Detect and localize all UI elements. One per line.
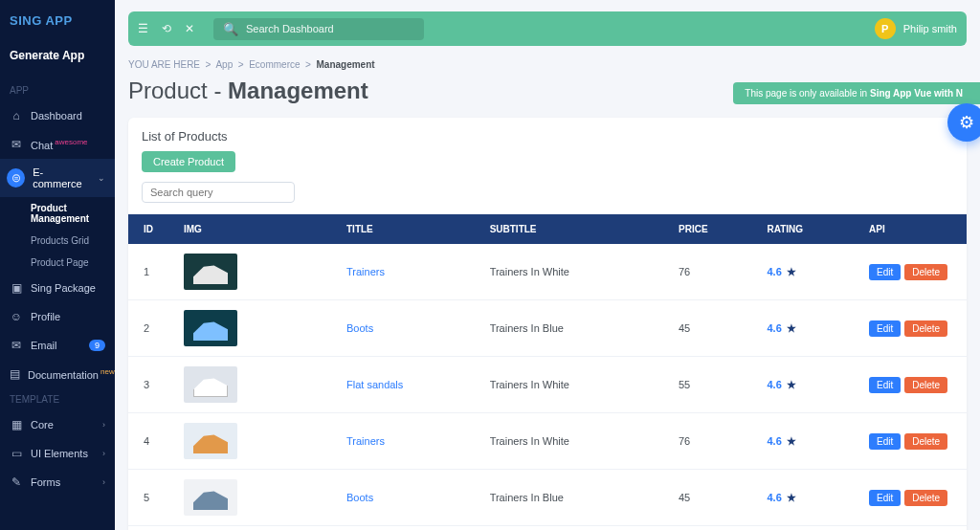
- cell-title: Boots: [339, 470, 482, 526]
- sidebar-subitem-products-grid[interactable]: Products Grid: [0, 230, 115, 252]
- edit-button[interactable]: Edit: [869, 490, 901, 506]
- sidebar-item-sing-package[interactable]: ▣ Sing Package: [0, 274, 115, 302]
- user-name: Philip smith: [903, 23, 957, 34]
- cell-api: EditDelete: [861, 244, 967, 300]
- sidebar-item-ui-elements[interactable]: ▭ UI Elements ›: [0, 439, 115, 468]
- app-root: SING APP Generate App APP ⌂ Dashboard ✉ …: [0, 0, 980, 530]
- delete-button[interactable]: Delete: [904, 433, 947, 450]
- search-icon: 🔍: [223, 22, 238, 36]
- availability-notice: This page is only available in Sing App …: [733, 82, 980, 104]
- table-body: 1TrainersTrainers In White764.6 ★EditDel…: [128, 244, 967, 530]
- col-img[interactable]: IMG: [176, 214, 339, 244]
- sidebar-subitem-product-management[interactable]: Product Management: [0, 197, 115, 230]
- product-title-link[interactable]: Trainers: [346, 266, 385, 277]
- table-row: 5BootsTrainers In Blue454.6 ★EditDelete: [128, 470, 967, 526]
- table-row: 6Flat sandalsTrainers In White554.6 ★Edi…: [128, 526, 967, 531]
- cell-img: [176, 244, 339, 300]
- search-wrap[interactable]: 🔍: [213, 18, 424, 40]
- sidebar-item-core[interactable]: ▦ Core ›: [0, 410, 115, 439]
- create-product-button[interactable]: Create Product: [142, 151, 235, 172]
- product-thumb[interactable]: [184, 423, 237, 459]
- col-price[interactable]: PRICE: [671, 214, 760, 244]
- sidebar-subitem-product-page[interactable]: Product Page: [0, 252, 115, 274]
- breadcrumb-current: Management: [317, 59, 375, 70]
- chevron-right-icon: ›: [102, 449, 105, 458]
- edit-button[interactable]: Edit: [869, 433, 901, 450]
- sidebar-item-email[interactable]: ✉ Email 9: [0, 331, 115, 360]
- col-rating[interactable]: RATING: [760, 214, 862, 244]
- main: ☰ ⟲ ✕ 🔍 P Philip smith YOU ARE HERE > Ap…: [115, 0, 980, 530]
- menu-icon[interactable]: ☰: [138, 22, 148, 35]
- delete-button[interactable]: Delete: [904, 490, 947, 506]
- delete-button[interactable]: Delete: [904, 377, 947, 393]
- cart-icon: ⊜: [7, 168, 25, 188]
- sidebar-item-profile[interactable]: ☺ Profile: [0, 302, 115, 331]
- product-thumb[interactable]: [184, 479, 237, 516]
- edit-button[interactable]: Edit: [869, 320, 901, 337]
- sidebar-item-ecommerce[interactable]: ⊜ E-commerce ⌄: [0, 159, 115, 197]
- settings-fab[interactable]: ⚙: [947, 103, 980, 142]
- avatar: P: [875, 18, 896, 39]
- col-id[interactable]: ID: [128, 214, 176, 244]
- cell-id: 2: [128, 300, 176, 357]
- product-thumb[interactable]: [184, 254, 237, 290]
- sidebar-item-label: UI Elements: [31, 448, 88, 459]
- col-title[interactable]: TITLE: [339, 214, 482, 244]
- product-title-link[interactable]: Boots: [346, 492, 373, 503]
- close-icon[interactable]: ✕: [185, 22, 194, 35]
- nav-section-app: APP: [0, 79, 115, 101]
- table-row: 1TrainersTrainers In White764.6 ★EditDel…: [128, 244, 967, 300]
- cell-api: EditDelete: [861, 526, 967, 531]
- cell-id: 3: [128, 357, 176, 413]
- refresh-icon[interactable]: ⟲: [162, 22, 171, 35]
- chevron-right-icon: ›: [102, 420, 105, 430]
- cell-subtitle: Trainers In White: [482, 357, 671, 413]
- generate-app-link[interactable]: Generate App: [0, 41, 115, 79]
- chevron-down-icon: ⌄: [98, 173, 105, 183]
- breadcrumb: YOU ARE HERE > App > Ecommerce > Managem…: [128, 59, 967, 70]
- cell-title: Trainers: [339, 413, 482, 470]
- sidebar-item-chat[interactable]: ✉ Chatawesome: [0, 130, 115, 159]
- sidebar: SING APP Generate App APP ⌂ Dashboard ✉ …: [0, 0, 115, 530]
- cell-price: 76: [671, 244, 760, 300]
- brand[interactable]: SING APP: [0, 0, 115, 41]
- cell-price: 76: [671, 413, 760, 470]
- sidebar-item-documentation[interactable]: ▤ Documentationnew: [0, 360, 115, 388]
- table-search-input[interactable]: [142, 182, 295, 203]
- edit-button[interactable]: Edit: [869, 377, 901, 393]
- cell-subtitle: Trainers In White: [482, 526, 671, 531]
- ecommerce-submenu: Product Management Products Grid Product…: [0, 197, 115, 274]
- package-icon: ▣: [10, 281, 23, 295]
- sidebar-item-label: Chatawesome: [31, 138, 88, 151]
- table-row: 4TrainersTrainers In White764.6 ★EditDel…: [128, 413, 967, 470]
- cell-price: 55: [671, 357, 760, 413]
- user-menu[interactable]: P Philip smith: [875, 18, 957, 39]
- product-title-link[interactable]: Flat sandals: [346, 379, 403, 390]
- breadcrumb-ecommerce[interactable]: Ecommerce: [249, 59, 300, 70]
- cell-subtitle: Trainers In Blue: [482, 300, 671, 357]
- star-icon: ★: [787, 322, 796, 334]
- star-icon: ★: [787, 435, 796, 447]
- product-title-link[interactable]: Trainers: [346, 435, 385, 447]
- sidebar-item-dashboard[interactable]: ⌂ Dashboard: [0, 101, 115, 130]
- edit-button[interactable]: Edit: [869, 264, 901, 280]
- product-thumb[interactable]: [184, 366, 237, 403]
- product-title-link[interactable]: Boots: [346, 322, 373, 334]
- sidebar-item-label: Dashboard: [31, 110, 82, 121]
- product-thumb[interactable]: [184, 310, 237, 346]
- cell-rating: 4.6 ★: [760, 244, 862, 300]
- cell-title: Trainers: [339, 244, 482, 300]
- sidebar-item-forms[interactable]: ✎ Forms ›: [0, 468, 115, 497]
- delete-button[interactable]: Delete: [904, 264, 947, 280]
- sidebar-item-label: Core: [31, 419, 54, 431]
- form-icon: ✎: [10, 475, 23, 489]
- breadcrumb-app[interactable]: App: [215, 59, 233, 70]
- table-head: ID IMG TITLE SUBTITLE PRICE RATING API: [128, 214, 967, 244]
- delete-button[interactable]: Delete: [904, 320, 947, 337]
- chevron-right-icon: ›: [102, 477, 105, 487]
- cell-title: Flat sandals: [339, 357, 482, 413]
- search-input[interactable]: [246, 23, 414, 34]
- col-subtitle[interactable]: SUBTITLE: [482, 214, 671, 244]
- col-api[interactable]: API: [861, 214, 967, 244]
- grid-icon: ▦: [10, 418, 23, 431]
